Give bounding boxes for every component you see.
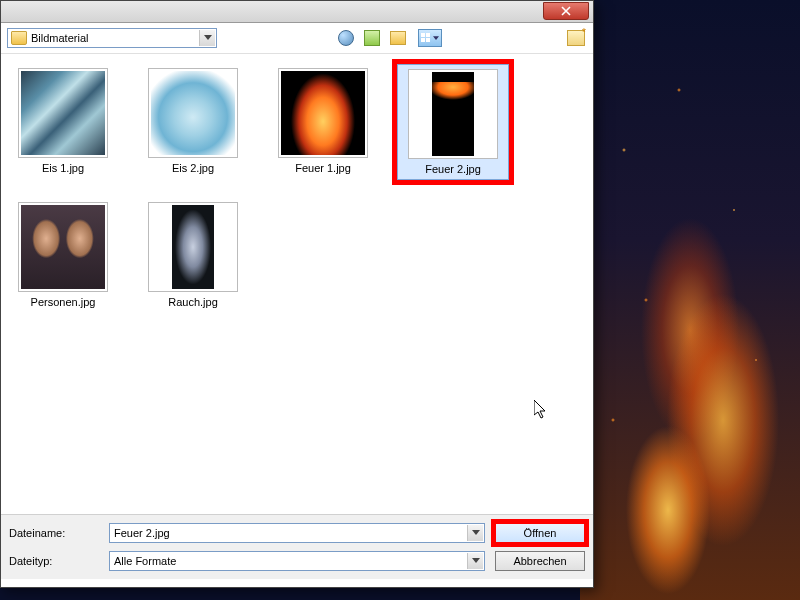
close-button[interactable] (543, 2, 589, 20)
new-folder-button[interactable] (387, 27, 409, 49)
file-item[interactable]: Feuer 1.jpg (267, 64, 379, 180)
file-item[interactable]: Rauch.jpg (137, 198, 249, 312)
file-label: Rauch.jpg (168, 296, 218, 308)
chevron-down-icon (204, 35, 212, 41)
view-thumbnails-icon (418, 29, 442, 47)
file-label: Eis 2.jpg (172, 162, 214, 174)
back-button[interactable] (335, 27, 357, 49)
nav-toolbar: Bildmaterial (1, 23, 593, 54)
thumbnail-image (21, 205, 105, 289)
close-icon (561, 6, 571, 16)
folder-icon (11, 31, 27, 45)
chevron-down-icon (472, 530, 480, 536)
form-area: Dateiname: Feuer 2.jpg Öffnen Dateityp: … (1, 514, 593, 579)
file-thumbnail (278, 68, 368, 158)
folder-name-text: Bildmaterial (31, 32, 88, 44)
file-open-dialog: Bildmaterial Eis 1.jpgEis 2.jpgFeuer 1.j… (0, 0, 594, 588)
file-label: Feuer 2.jpg (425, 163, 481, 175)
file-item[interactable]: Personen.jpg (7, 198, 119, 312)
cancel-button[interactable]: Abbrechen (495, 551, 585, 571)
file-item[interactable]: Eis 2.jpg (137, 64, 249, 180)
up-arrow-icon (364, 30, 380, 46)
folder-path-combo[interactable]: Bildmaterial (7, 28, 217, 48)
file-label: Eis 1.jpg (42, 162, 84, 174)
file-thumbnail (18, 202, 108, 292)
svg-rect-0 (421, 33, 425, 37)
cancel-button-label: Abbrechen (513, 555, 566, 567)
file-thumbnail (18, 68, 108, 158)
folder-dropdown-arrow[interactable] (199, 30, 215, 46)
svg-rect-3 (426, 38, 430, 42)
filetype-value-text: Alle Formate (114, 555, 176, 567)
background-fire-preview (580, 0, 800, 600)
thumbnail-image (172, 205, 214, 289)
thumbnail-image (21, 71, 105, 155)
filetype-label: Dateityp: (9, 555, 99, 567)
file-label: Feuer 1.jpg (295, 162, 351, 174)
new-document-star-icon (567, 30, 585, 46)
thumbnail-image (432, 72, 474, 156)
up-one-level-button[interactable] (361, 27, 383, 49)
open-button[interactable]: Öffnen (495, 523, 585, 543)
open-button-label: Öffnen (524, 527, 557, 539)
file-thumbnail (148, 202, 238, 292)
svg-rect-1 (426, 33, 430, 37)
view-mode-button[interactable] (413, 27, 447, 49)
globe-back-icon (338, 30, 354, 46)
file-item[interactable]: Feuer 2.jpg (397, 64, 509, 180)
filename-input[interactable]: Feuer 2.jpg (109, 523, 485, 543)
file-thumbnail (148, 68, 238, 158)
file-list-area: Eis 1.jpgEis 2.jpgFeuer 1.jpgFeuer 2.jpg… (1, 54, 593, 514)
filetype-select[interactable]: Alle Formate (109, 551, 485, 571)
thumbnail-image (151, 71, 235, 155)
thumbnail-image (281, 71, 365, 155)
svg-rect-2 (421, 38, 425, 42)
titlebar (1, 1, 593, 23)
chevron-down-icon (433, 36, 439, 41)
file-thumbnail (408, 69, 498, 159)
filename-label: Dateiname: (9, 527, 99, 539)
favorite-button[interactable] (565, 27, 587, 49)
folder-open-icon (390, 31, 406, 45)
filename-dropdown-arrow[interactable] (467, 525, 483, 541)
file-item[interactable]: Eis 1.jpg (7, 64, 119, 180)
file-label: Personen.jpg (31, 296, 96, 308)
filename-value-text: Feuer 2.jpg (114, 527, 170, 539)
chevron-down-icon (472, 558, 480, 564)
filetype-dropdown-arrow[interactable] (467, 553, 483, 569)
